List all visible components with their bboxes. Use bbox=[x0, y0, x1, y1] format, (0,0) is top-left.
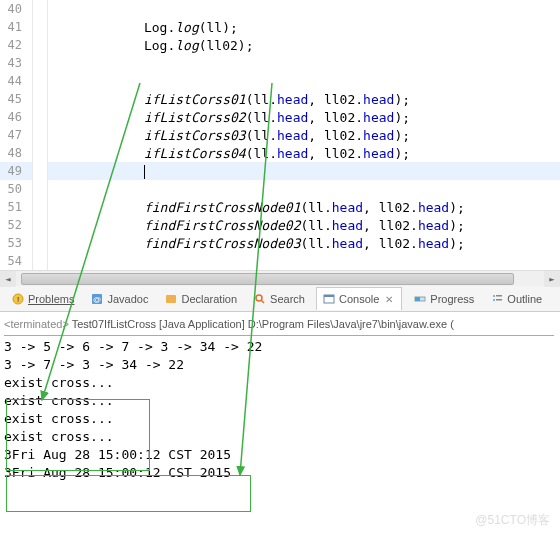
watermark: @51CTO博客 bbox=[475, 512, 550, 529]
svg-line-16 bbox=[240, 83, 272, 475]
annotation-arrows bbox=[0, 0, 560, 535]
svg-line-15 bbox=[42, 83, 140, 400]
